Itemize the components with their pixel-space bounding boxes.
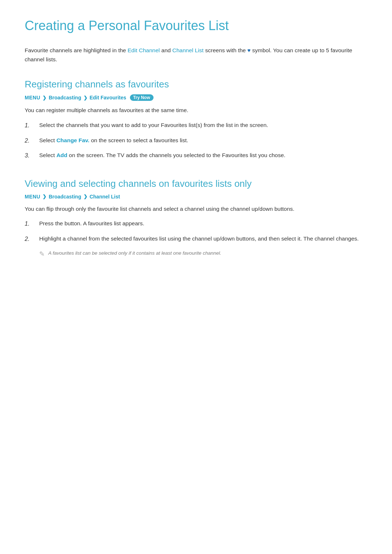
- step-num-3: 3.: [25, 151, 39, 160]
- note-block: ✎ A favourites list can be selected only…: [39, 250, 367, 258]
- step2-num-2: 2.: [25, 234, 39, 244]
- section-viewing: Viewing and selecting channels on favour…: [25, 178, 367, 258]
- step-num-1: 1.: [25, 121, 39, 130]
- step-content-3: Select Add on the screen. The TV adds th…: [39, 151, 367, 160]
- step-content-2: Select Change Fav. on the screen to sele…: [39, 136, 367, 145]
- step2-content-2: Highlight a channel from the selected fa…: [39, 234, 367, 243]
- channel-list-link[interactable]: Channel List: [172, 47, 204, 53]
- breadcrumb2-broadcasting: Broadcasting: [49, 194, 81, 200]
- breadcrumb2-menu: MENU: [25, 194, 40, 200]
- breadcrumb2-chevron1: ❯: [42, 194, 46, 199]
- page-title: Creating a Personal Favourites List: [25, 17, 367, 34]
- step-2-2: 2. Highlight a channel from the selected…: [25, 234, 367, 244]
- section-registering: Registering channels as favourites MENU …: [25, 78, 367, 160]
- note-icon: ✎: [39, 250, 45, 258]
- intro-text-before-link1: Favourite channels are highlighted in th…: [25, 47, 128, 53]
- section1-title: Registering channels as favourites: [25, 78, 367, 91]
- section2-intro: You can flip through only the favourite …: [25, 205, 367, 214]
- section1-breadcrumb: MENU ❯ Broadcasting ❯ Edit Favourites Tr…: [25, 94, 367, 101]
- section2-steps: 1. Press the button. A favourites list a…: [25, 219, 367, 243]
- step3-text-before: Select: [39, 152, 56, 158]
- step3-text-after: on the screen. The TV adds the channels …: [68, 152, 286, 158]
- breadcrumb2-chevron2: ❯: [83, 194, 87, 199]
- intro-text-between: and: [160, 47, 172, 53]
- breadcrumb-broadcasting: Broadcasting: [49, 95, 81, 100]
- intro-text-after: screens with the: [204, 47, 246, 53]
- step-1-3: 3. Select Add on the screen. The TV adds…: [25, 151, 367, 160]
- breadcrumb-chevron2: ❯: [83, 95, 87, 100]
- section1-steps: 1. Select the channels that you want to …: [25, 121, 367, 160]
- step-1-2: 2. Select Change Fav. on the screen to s…: [25, 136, 367, 145]
- intro-paragraph: Favourite channels are highlighted in th…: [25, 46, 367, 64]
- step2-content-1: Press the button. A favourites list appe…: [39, 219, 367, 228]
- step-2-1: 1. Press the button. A favourites list a…: [25, 219, 367, 229]
- edit-channel-link[interactable]: Edit Channel: [128, 47, 160, 53]
- breadcrumb-edit-favourites: Edit Favourites: [90, 95, 126, 100]
- step2-text-after: on the screen to select a favourites lis…: [89, 137, 188, 143]
- step-num-2: 2.: [25, 136, 39, 145]
- breadcrumb2-channel-list: Channel List: [90, 194, 120, 200]
- section1-intro: You can register multiple channels as fa…: [25, 106, 367, 115]
- step2-text-before: Select: [39, 137, 56, 143]
- note-text: A favourites list can be selected only i…: [48, 250, 221, 257]
- change-fav-link[interactable]: Change Fav.: [56, 137, 89, 143]
- section2-title: Viewing and selecting channels on favour…: [25, 178, 367, 190]
- step-content-1: Select the channels that you want to add…: [39, 121, 367, 130]
- breadcrumb-menu: MENU: [25, 95, 40, 100]
- section2-breadcrumb: MENU ❯ Broadcasting ❯ Channel List: [25, 194, 367, 200]
- step-1-1: 1. Select the channels that you want to …: [25, 121, 367, 130]
- add-link[interactable]: Add: [56, 152, 67, 158]
- step2-num-1: 1.: [25, 219, 39, 229]
- breadcrumb-chevron1: ❯: [42, 95, 46, 100]
- try-now-badge[interactable]: Try Now: [130, 94, 154, 101]
